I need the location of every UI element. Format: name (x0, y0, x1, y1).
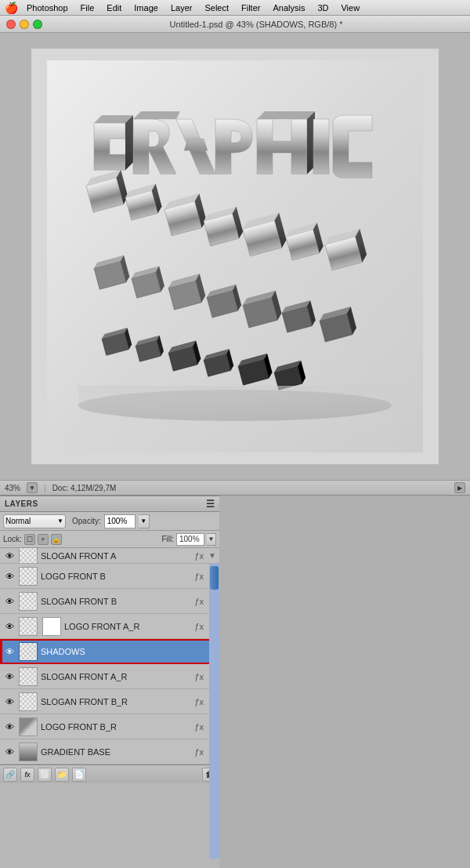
layers-panel: LAYERS ☰ Normal ▼ Opacity: 100% ▼ Lock: … (0, 496, 219, 868)
layer-thumbnail (19, 743, 38, 761)
canvas-artwork (47, 60, 423, 452)
menu-3d[interactable]: 3D (311, 0, 334, 16)
layer-fx-icon: ƒx (194, 672, 204, 681)
layer-visibility-icon[interactable]: 👁 (3, 620, 16, 633)
bottom-section: LAYERS ☰ Normal ▼ Opacity: 100% ▼ Lock: … (0, 496, 470, 868)
titlebar: Untitled-1.psd @ 43% (SHADOWS, RGB/8) * (0, 16, 470, 33)
layer-visibility-icon[interactable]: 👁 (3, 550, 16, 562)
layers-controls: Normal ▼ Opacity: 100% ▼ (0, 512, 219, 531)
menu-view[interactable]: View (334, 0, 366, 16)
layer-name: SLOGAN FRONT B_R (41, 697, 191, 706)
create-group-button[interactable]: 📁 (55, 768, 69, 782)
opacity-field[interactable]: 100% (104, 514, 136, 528)
menu-file[interactable]: File (74, 0, 101, 16)
layer-name: LOGO FRONT B (41, 572, 191, 581)
blend-mode-arrow: ▼ (57, 518, 63, 525)
window-title: Untitled-1.psd @ 43% (SHADOWS, RGB/8) * (49, 20, 464, 29)
layer-fx-icon: ƒx (194, 597, 204, 606)
add-mask-button[interactable]: ⬜ (38, 768, 52, 782)
layer-row-gradient-base[interactable]: 👁 GRADIENT BASE ƒx ▼ (0, 739, 219, 764)
zoom-menu-button[interactable]: ▼ (27, 482, 38, 493)
menubar: 🍎 Photoshop File Edit Image Layer Select… (0, 0, 470, 16)
layer-thumbnail (19, 567, 38, 586)
layer-name: SLOGAN FRONT A (41, 551, 191, 561)
fill-value: 100% (179, 535, 200, 543)
blend-mode-label: Normal (5, 517, 31, 525)
layer-row-slogan-front-a-r[interactable]: 👁 SLOGAN FRONT A_R ƒx ▼ (0, 664, 219, 689)
layer-fx-icon: ƒx (194, 572, 204, 581)
layer-visibility-icon[interactable]: 👁 (3, 645, 16, 658)
menu-filter[interactable]: Filter (235, 0, 266, 16)
layer-name: LOGO FRONT B_R (41, 722, 191, 732)
opacity-arrow[interactable]: ▼ (139, 514, 150, 528)
fill-field[interactable]: 100% (176, 533, 204, 546)
layer-mask-thumbnail (42, 617, 61, 636)
layer-fx-icon: ƒx (194, 697, 204, 706)
layer-name: SHADOWS (41, 647, 216, 656)
layer-row-logo-front-b[interactable]: 👁 LOGO FRONT B ƒx ▼ (0, 564, 219, 589)
canvas-inner (31, 49, 439, 464)
lock-all-icon[interactable]: 🔒 (51, 534, 62, 545)
layers-scroll-thumb[interactable] (210, 566, 219, 590)
lock-position-icon[interactable]: + (38, 534, 49, 545)
lock-label: Lock: (3, 535, 22, 543)
layer-thumbnail (19, 592, 38, 611)
main-container: 🍎 Photoshop File Edit Image Layer Select… (0, 0, 470, 868)
menubar-items: Photoshop File Edit Image Layer Select F… (20, 0, 366, 16)
doc-size: Doc: 4,12M/29,7M (52, 484, 117, 492)
status-arrow-button[interactable]: ▶ (454, 482, 465, 493)
opacity-label: Opacity: (72, 517, 101, 525)
canvas-area (0, 33, 470, 480)
layer-name: LOGO FRONT A_R (64, 622, 191, 631)
menu-layer[interactable]: Layer (164, 0, 199, 16)
layer-name: SLOGAN FRONT B (41, 597, 191, 606)
layer-name: GRADIENT BASE (41, 747, 191, 757)
layer-row-slogan-front-b[interactable]: 👁 SLOGAN FRONT B ƒx ▼ (0, 589, 219, 614)
layer-row-slogan-front-b-r[interactable]: 👁 SLOGAN FRONT B_R ƒx ▼ (0, 689, 219, 714)
layer-visibility-icon[interactable]: 👁 (3, 670, 16, 683)
layer-name: SLOGAN FRONT A_R (41, 672, 191, 681)
layers-panel-header: LAYERS ☰ (0, 496, 219, 512)
lock-fill-row: Lock: ☐ + 🔒 Fill: 100% ▼ (0, 531, 219, 548)
menu-image[interactable]: Image (128, 0, 164, 16)
layers-title: LAYERS (5, 499, 38, 508)
menu-photoshop[interactable]: Photoshop (20, 0, 74, 16)
layers-panel-menu-icon[interactable]: ☰ (206, 499, 215, 510)
layer-visibility-icon[interactable]: 👁 (3, 746, 16, 758)
layer-visibility-icon[interactable]: 👁 (3, 695, 16, 708)
link-layers-button[interactable]: 🔗 (3, 768, 17, 782)
layer-thumbnail (19, 617, 38, 636)
layer-fx-icon: ƒx (194, 551, 204, 561)
layer-visibility-icon[interactable]: 👁 (3, 595, 16, 608)
apple-menu[interactable]: 🍎 (3, 0, 19, 16)
layers-list: 👁 SLOGAN FRONT A ƒx ▼ 👁 LOGO FRONT B ƒx … (0, 548, 219, 764)
layer-fx-icon: ƒx (194, 747, 204, 757)
layers-bottom-toolbar: 🔗 fx ⬜ 📁 📄 🗑 (0, 764, 219, 783)
create-layer-button[interactable]: 📄 (72, 768, 86, 782)
layer-row-slogan-front-a-partial[interactable]: 👁 SLOGAN FRONT A ƒx ▼ (0, 548, 219, 564)
close-button[interactable] (6, 20, 16, 29)
add-layer-style-button[interactable]: fx (20, 768, 34, 782)
blend-mode-select[interactable]: Normal ▼ (3, 514, 66, 528)
layer-thumbnail (19, 692, 38, 711)
layer-thumbnail (19, 717, 38, 736)
layer-row-shadows[interactable]: 👁 SHADOWS (0, 639, 219, 664)
lock-pixels-icon[interactable]: ☐ (24, 534, 35, 545)
fill-arrow[interactable]: ▼ (207, 533, 216, 546)
layer-visibility-icon[interactable]: 👁 (3, 570, 16, 583)
svg-rect-2 (78, 386, 392, 433)
menu-select[interactable]: Select (198, 0, 235, 16)
menu-analysis[interactable]: Analysis (266, 0, 311, 16)
opacity-value: 100% (107, 517, 128, 525)
menu-edit[interactable]: Edit (100, 0, 128, 16)
layers-scrollbar[interactable] (209, 564, 219, 859)
maximize-button[interactable] (33, 20, 42, 29)
zoom-level: 43% (5, 484, 20, 492)
layer-row-logo-front-b-r[interactable]: 👁 LOGO FRONT B_R ƒx ▼ (0, 714, 219, 739)
layer-row-logo-front-a-r[interactable]: 👁 LOGO FRONT A_R ƒx ▼ (0, 614, 219, 639)
layer-fx-icon: ƒx (194, 722, 204, 732)
window-controls (6, 20, 42, 29)
layer-thumbnail (19, 548, 38, 564)
minimize-button[interactable] (20, 20, 29, 29)
layer-visibility-icon[interactable]: 👁 (3, 721, 16, 733)
